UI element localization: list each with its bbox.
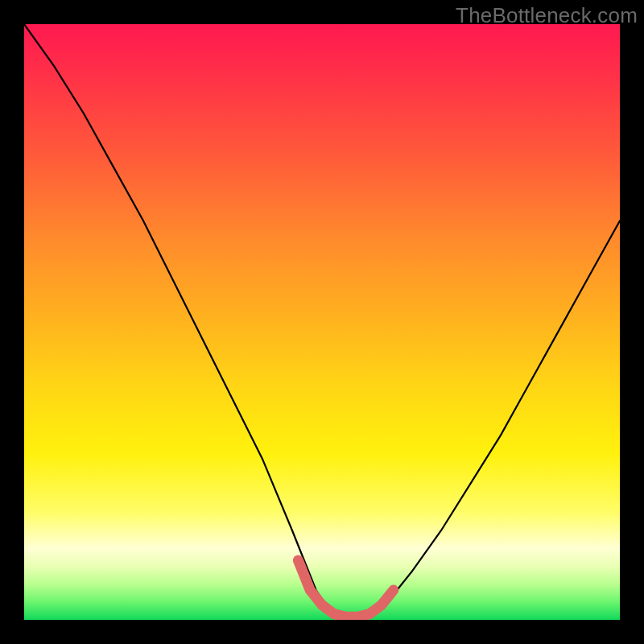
curve-svg <box>24 24 620 620</box>
plot-area <box>24 24 620 620</box>
highlight-region <box>298 560 393 617</box>
line-curve <box>24 24 620 620</box>
chart-container: TheBottleneck.com <box>0 0 644 644</box>
watermark-text: TheBottleneck.com <box>456 3 638 28</box>
